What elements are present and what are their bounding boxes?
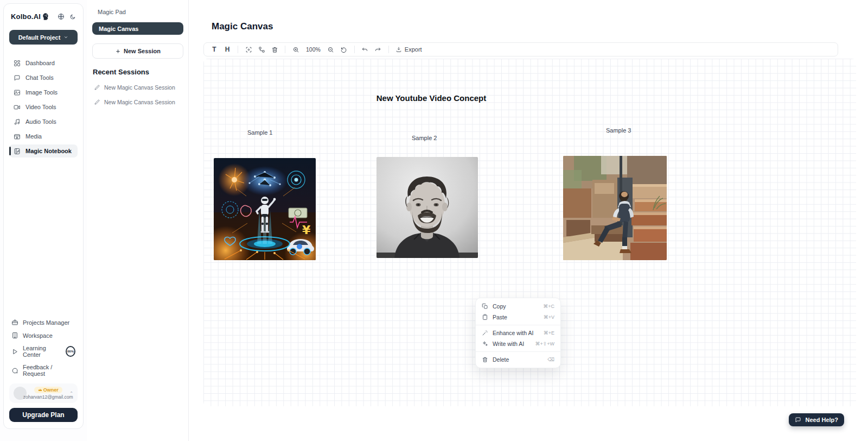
sample-3-label[interactable]: Sample 3 (606, 127, 631, 134)
globe-icon[interactable] (58, 13, 65, 20)
sidebar-footer-nav: Projects Manager Workspace Learning Cent… (9, 318, 78, 378)
moon-icon[interactable] (69, 14, 76, 20)
audio-icon (14, 118, 21, 125)
sample-1-label[interactable]: Sample 1 (247, 129, 272, 136)
footer-item-label: Projects Manager (23, 319, 69, 326)
main-content: Magic Canvas T H 100% Export New Youtube… (189, 0, 868, 441)
sidebar-item-workspace[interactable]: Workspace (9, 331, 78, 340)
zoom-out-button[interactable] (325, 44, 337, 55)
magic-canvas-grid[interactable]: New Youtube Video Concept Sample 1 Sampl… (203, 59, 856, 406)
pencil-icon (94, 84, 100, 91)
recent-session-item[interactable]: New Magic Canvas Session (92, 99, 183, 105)
magic-canvas-item[interactable]: Magic Canvas (92, 22, 183, 35)
context-menu-delete[interactable]: Delete ⌫ (476, 354, 560, 365)
sidebar-item-label: Audio Tools (25, 118, 56, 125)
trash-icon (482, 356, 488, 363)
dashboard-icon (14, 60, 21, 67)
brand-row: Kolbo.AI (9, 12, 78, 21)
sidebar-item-image-tools[interactable]: Image Tools (9, 86, 78, 99)
sidebar-item-label: Image Tools (25, 89, 58, 96)
recent-sessions-title: Recent Sessions (92, 68, 183, 76)
user-email: zoharvan12@gmail.com (23, 394, 73, 400)
delete-tool-button[interactable] (269, 44, 280, 55)
context-menu-label: Copy (493, 303, 506, 310)
select-tool-button[interactable] (242, 44, 254, 55)
text-tool-button[interactable]: T (208, 44, 220, 55)
play-icon (11, 348, 18, 355)
sample-3-image[interactable] (563, 156, 667, 260)
svg-text:¥: ¥ (302, 223, 311, 237)
project-selector[interactable]: Default Project (9, 30, 78, 45)
sidebar-item-audio-tools[interactable]: Audio Tools (9, 115, 78, 128)
user-account-chip[interactable]: Owner zoharvan12@gmail.com ⌃ (9, 383, 78, 403)
sidebar-nav: Dashboard Chat Tools Image Tools Video T… (9, 56, 78, 158)
shortcut-hint: ⌫ (547, 357, 554, 362)
need-help-button[interactable]: Need Help? (789, 413, 844, 426)
context-menu-label: Paste (493, 314, 507, 320)
shortcut-hint: ⌘+C (543, 304, 554, 309)
owner-badge-label: Owner (43, 387, 59, 393)
sidebar-item-feedback[interactable]: Feedback / Request (9, 363, 78, 378)
redo-button[interactable] (372, 44, 384, 55)
copy-icon (482, 303, 488, 310)
upgrade-plan-button[interactable]: Upgrade Plan (9, 408, 78, 422)
brand-logo[interactable]: Kolbo.AI (11, 12, 50, 21)
footer-item-label: Feedback / Request (23, 364, 75, 377)
zoom-in-button[interactable] (290, 44, 302, 55)
context-menu-label: Write with AI (493, 341, 524, 347)
zoom-level: 100% (303, 46, 324, 53)
new-session-button[interactable]: New Session (92, 43, 183, 59)
need-help-label: Need Help? (805, 417, 838, 423)
sidebar-item-dashboard[interactable]: Dashboard (9, 56, 78, 70)
brain-logo-icon (42, 12, 50, 21)
project-selector-label: Default Project (18, 34, 61, 41)
context-menu-write-with-ai[interactable]: Write with AI ⌘+⇧+W (476, 338, 560, 349)
context-menu-paste[interactable]: Paste ⌘+V (476, 312, 560, 323)
sidebar-item-video-tools[interactable]: Video Tools (9, 100, 78, 114)
flow-tool-button[interactable] (256, 44, 267, 55)
sidebar-item-projects-manager[interactable]: Projects Manager (9, 318, 78, 327)
sample-2-image[interactable] (376, 157, 478, 258)
crown-icon (38, 388, 42, 392)
sidebar-item-chat-tools[interactable]: Chat Tools (9, 71, 78, 84)
context-menu: Copy ⌘+C Paste ⌘+V Enhance with AI ⌘+E W… (475, 298, 561, 368)
brand-name: Kolbo.AI (11, 12, 41, 21)
new-session-label: New Session (124, 48, 161, 54)
page-title: Magic Canvas (212, 21, 273, 32)
plus-icon (115, 48, 121, 54)
media-icon (14, 133, 21, 140)
recent-session-item[interactable]: New Magic Canvas Session (92, 84, 183, 91)
help-chat-icon (795, 417, 801, 423)
shortcut-hint: ⌘+E (544, 330, 554, 336)
sidebar-item-learning-center[interactable]: Learning Center 66% (9, 344, 78, 359)
export-button[interactable]: Export (393, 46, 424, 53)
context-menu-divider (476, 325, 560, 325)
canvas-heading-text[interactable]: New Youtube Video Concept (374, 93, 488, 103)
sidebar-spacer (9, 158, 78, 318)
sample-2-label[interactable]: Sample 2 (412, 135, 437, 141)
context-menu-enhance-with-ai[interactable]: Enhance with AI ⌘+E (476, 327, 560, 338)
context-menu-copy[interactable]: Copy ⌘+C (476, 301, 560, 312)
notebook-icon (14, 148, 21, 155)
magic-pad-item[interactable]: Magic Pad (92, 8, 183, 15)
video-icon (14, 104, 21, 111)
undo-button[interactable] (359, 44, 371, 55)
toolbar-divider (238, 46, 238, 53)
heading-tool-button[interactable]: H (221, 44, 233, 55)
sparkles-icon (482, 341, 488, 347)
feedback-icon (11, 367, 18, 374)
reset-view-button[interactable] (338, 44, 350, 55)
recent-session-label: New Magic Canvas Session (104, 99, 175, 105)
context-menu-label: Delete (493, 356, 509, 363)
canvas-toolbar: T H 100% Export (203, 42, 838, 56)
sidebar-item-label: Chat Tools (25, 74, 54, 81)
sidebar-item-media[interactable]: Media (9, 130, 78, 143)
owner-badge: Owner (34, 387, 62, 393)
sample-1-image[interactable]: ¥ (214, 158, 316, 260)
context-menu-divider (476, 351, 560, 352)
paste-icon (482, 314, 488, 320)
chevron-up-icon: ⌃ (69, 391, 73, 396)
chevron-down-icon (63, 35, 68, 40)
sidebar-item-magic-notebook[interactable]: Magic Notebook (9, 144, 78, 158)
toolbar-divider (285, 46, 285, 53)
